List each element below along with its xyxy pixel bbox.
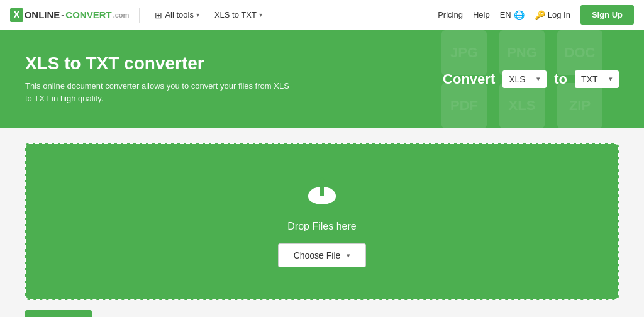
logo-online: ONLINE bbox=[25, 9, 60, 20]
logo: X ONLINE - CONVERT .com bbox=[10, 8, 129, 22]
svg-point-1 bbox=[308, 191, 321, 203]
bg-icon-zip: ZIP bbox=[557, 83, 602, 128]
grid-icon: ⊞ bbox=[155, 10, 162, 20]
login-icon: 🔑 bbox=[535, 10, 545, 20]
login-button[interactable]: 🔑 Log In bbox=[535, 10, 570, 20]
logo-convert: CONVERT bbox=[65, 9, 111, 20]
login-label: Log In bbox=[548, 10, 570, 19]
pricing-link[interactable]: Pricing bbox=[438, 10, 463, 19]
choose-file-label: Choose File bbox=[294, 250, 341, 260]
logo-dash: - bbox=[61, 9, 64, 20]
svg-point-2 bbox=[323, 191, 336, 203]
svg-marker-4 bbox=[316, 177, 328, 186]
drop-files-text: Drop Files here bbox=[287, 221, 356, 232]
from-format-select[interactable]: XLS ▾ bbox=[502, 70, 547, 88]
chevron-down-icon: ▾ bbox=[347, 252, 350, 260]
bg-icon-doc: DOC bbox=[557, 30, 602, 75]
start-button[interactable]: ❯ START bbox=[25, 310, 92, 317]
choose-file-button[interactable]: Choose File ▾ bbox=[278, 243, 367, 267]
bg-icon-xls: XLS bbox=[499, 83, 545, 128]
all-tools-button[interactable]: ⊞ All tools ▾ bbox=[150, 8, 204, 23]
chevron-down-icon: ▾ bbox=[259, 11, 262, 18]
logo-x: X bbox=[10, 8, 23, 22]
navbar: X ONLINE - CONVERT .com ⊞ All tools ▾ XL… bbox=[0, 0, 644, 30]
hero-title: XLS to TXT converter bbox=[25, 53, 443, 74]
from-format-value: XLS bbox=[509, 74, 525, 84]
upload-icon bbox=[303, 175, 341, 214]
drop-zone[interactable]: Drop Files here Choose File ▾ bbox=[25, 143, 619, 300]
to-format-value: TXT bbox=[581, 74, 597, 84]
hero-description: This online document converter allows yo… bbox=[25, 80, 289, 104]
chevron-down-icon: ▾ bbox=[196, 11, 199, 18]
all-tools-label: All tools bbox=[165, 10, 194, 19]
controls-row: ❯ START Presets ▾ bbox=[25, 310, 619, 317]
signup-button[interactable]: Sign Up bbox=[580, 5, 634, 25]
bg-icon-pdf: PDF bbox=[441, 83, 487, 128]
xls-to-txt-label: XLS to TXT bbox=[214, 10, 257, 19]
logo-com: .com bbox=[113, 11, 130, 19]
bg-icon-jpg: JPG bbox=[441, 30, 487, 75]
nav-divider bbox=[139, 8, 140, 23]
to-format-select[interactable]: TXT ▾ bbox=[575, 70, 619, 88]
hero-converter: Convert XLS ▾ to TXT ▾ bbox=[443, 70, 619, 88]
navbar-left: X ONLINE - CONVERT .com ⊞ All tools ▾ XL… bbox=[10, 8, 267, 23]
lang-label: EN bbox=[500, 10, 511, 19]
navbar-right: Pricing Help EN 🌐 🔑 Log In Sign Up bbox=[438, 5, 634, 25]
globe-icon: 🌐 bbox=[514, 10, 525, 20]
convert-label: Convert bbox=[443, 71, 495, 87]
hero-text: XLS to TXT converter This online documen… bbox=[25, 53, 443, 104]
chevron-down-icon: ▾ bbox=[609, 75, 613, 83]
bg-icon-png: PNG bbox=[499, 30, 545, 75]
language-button[interactable]: EN 🌐 bbox=[500, 10, 525, 20]
hero-banner: XLS to TXT converter This online documen… bbox=[0, 30, 644, 128]
help-link[interactable]: Help bbox=[473, 10, 490, 19]
to-label: to bbox=[554, 71, 567, 87]
xls-to-txt-button[interactable]: XLS to TXT ▾ bbox=[209, 8, 267, 22]
chevron-down-icon: ▾ bbox=[536, 75, 540, 83]
main-content: Drop Files here Choose File ▾ ❯ START Pr… bbox=[0, 128, 644, 317]
